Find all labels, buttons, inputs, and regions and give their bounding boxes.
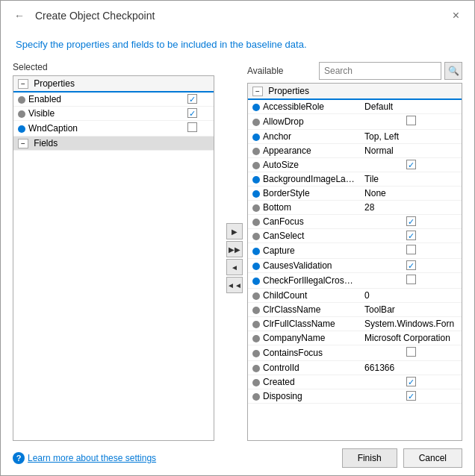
move-all-left-button[interactable]: ◄◄ — [226, 277, 243, 293]
row-name: CanFocus — [248, 215, 360, 229]
row-check[interactable] — [360, 389, 462, 404]
table-row[interactable]: Created — [248, 375, 462, 389]
row-name: Disposing — [248, 389, 360, 404]
table-row[interactable]: CausesValidation — [248, 259, 462, 273]
checkbox[interactable] — [187, 108, 197, 118]
table-row[interactable]: BorderStyle None — [248, 187, 462, 201]
prop-icon — [18, 110, 25, 118]
prop-icon — [252, 190, 260, 198]
row-name: AutoSize — [248, 158, 360, 172]
table-row[interactable]: CanSelect — [248, 229, 462, 243]
row-check[interactable] — [360, 114, 462, 130]
table-row[interactable]: Appearance Normal — [248, 144, 462, 158]
prop-icon — [252, 365, 260, 372]
row-name: Capture — [248, 243, 360, 259]
prop-icon — [252, 321, 260, 328]
prop-icon — [252, 134, 260, 141]
row-check[interactable] — [360, 273, 462, 289]
table-row[interactable]: Bottom 28 — [248, 201, 462, 215]
prop-icon — [252, 248, 260, 255]
learn-more-link[interactable]: ? Learn more about these settings — [13, 452, 156, 464]
checkbox[interactable] — [406, 275, 416, 284]
back-button[interactable]: ← — [10, 8, 29, 23]
table-row[interactable]: Capture — [248, 243, 462, 259]
available-panel: Available 🔍 − Properties — [247, 62, 462, 441]
row-check[interactable] — [360, 259, 462, 273]
move-all-right-button[interactable]: ▶▶ — [226, 241, 243, 257]
selected-header-cell: − Properties — [13, 76, 214, 92]
checkbox[interactable] — [406, 116, 416, 125]
checkbox[interactable] — [406, 347, 416, 357]
move-left-button[interactable]: ◄ — [226, 259, 243, 275]
prop-icon — [252, 233, 260, 240]
row-check[interactable] — [360, 215, 462, 229]
checkbox[interactable] — [406, 377, 416, 386]
cancel-button[interactable]: Cancel — [403, 448, 462, 468]
row-check[interactable] — [360, 243, 462, 259]
row-check[interactable] — [360, 375, 462, 389]
table-row[interactable]: WndCaption — [13, 121, 214, 137]
fields-label: − Fields — [13, 137, 214, 151]
available-header-label: Properties — [268, 86, 309, 96]
row-value: Top, Left — [360, 130, 462, 144]
table-row[interactable]: AutoSize — [248, 158, 462, 172]
available-table-wrapper[interactable]: − Properties AccessibleRole Default Allo… — [247, 83, 462, 441]
search-input[interactable] — [319, 62, 441, 80]
table-row[interactable]: ClrFullClassName System.Windows.Forn — [248, 317, 462, 331]
table-row[interactable]: Disposing — [248, 389, 462, 404]
expand-icon[interactable]: − — [252, 87, 263, 96]
selected-table-header: − Properties — [13, 76, 214, 92]
row-name: Bottom — [248, 201, 360, 215]
table-row[interactable]: ChildCount 0 — [248, 289, 462, 303]
footer: ? Learn more about these settings Finish… — [1, 441, 474, 475]
row-check[interactable] — [171, 92, 214, 107]
checkbox[interactable] — [406, 245, 416, 254]
expand-icon[interactable]: − — [18, 79, 28, 89]
table-row[interactable]: Visible — [13, 107, 214, 121]
checkbox[interactable] — [406, 260, 416, 270]
row-name: BackgroundImageLayou — [248, 172, 360, 187]
row-check[interactable] — [171, 107, 214, 121]
prop-icon — [18, 96, 25, 104]
checkbox[interactable] — [187, 122, 197, 132]
title-bar: ← Create Object Checkpoint × — [1, 1, 474, 31]
prop-icon — [252, 278, 260, 285]
row-name: Created — [248, 375, 360, 389]
prop-icon — [252, 162, 260, 169]
checkbox[interactable] — [187, 94, 197, 104]
prop-icon — [252, 119, 260, 126]
expand-icon[interactable]: − — [18, 139, 28, 148]
table-row[interactable]: CheckForIllegalCrossTh — [248, 273, 462, 289]
row-name: CanSelect — [248, 229, 360, 243]
table-row[interactable]: BackgroundImageLayou Tile — [248, 172, 462, 187]
row-name: Enabled — [13, 92, 171, 107]
checkbox[interactable] — [406, 231, 416, 240]
row-name: BorderStyle — [248, 187, 360, 201]
table-row[interactable]: AccessibleRole Default — [248, 99, 462, 114]
learn-more-label: Learn more about these settings — [28, 453, 156, 463]
table-row[interactable]: ContainsFocus — [248, 345, 462, 361]
row-check[interactable] — [360, 158, 462, 172]
row-check[interactable] — [171, 121, 214, 137]
table-row[interactable]: CanFocus — [248, 215, 462, 229]
row-value: System.Windows.Forn — [360, 317, 462, 331]
table-row[interactable]: ControlId 661366 — [248, 361, 462, 375]
close-button[interactable]: × — [447, 7, 465, 24]
row-check[interactable] — [360, 229, 462, 243]
search-button[interactable]: 🔍 — [444, 62, 462, 80]
finish-button[interactable]: Finish — [342, 448, 397, 468]
row-name: CompanyName — [248, 331, 360, 345]
checkbox[interactable] — [406, 216, 416, 226]
table-row[interactable]: Enabled — [13, 92, 214, 107]
table-row[interactable]: CompanyName Microsoft Corporation — [248, 331, 462, 345]
row-name: WndCaption — [13, 121, 171, 137]
move-right-button[interactable]: ▶ — [226, 223, 243, 239]
table-row[interactable]: Anchor Top, Left — [248, 130, 462, 144]
selected-table: − Properties Enabled — [13, 75, 214, 441]
row-check[interactable] — [360, 345, 462, 361]
table-row[interactable]: ClrClassName ToolBar — [248, 303, 462, 317]
checkbox[interactable] — [406, 391, 416, 401]
table-row[interactable]: AllowDrop — [248, 114, 462, 130]
checkbox[interactable] — [406, 160, 416, 169]
row-name: ChildCount — [248, 289, 360, 303]
